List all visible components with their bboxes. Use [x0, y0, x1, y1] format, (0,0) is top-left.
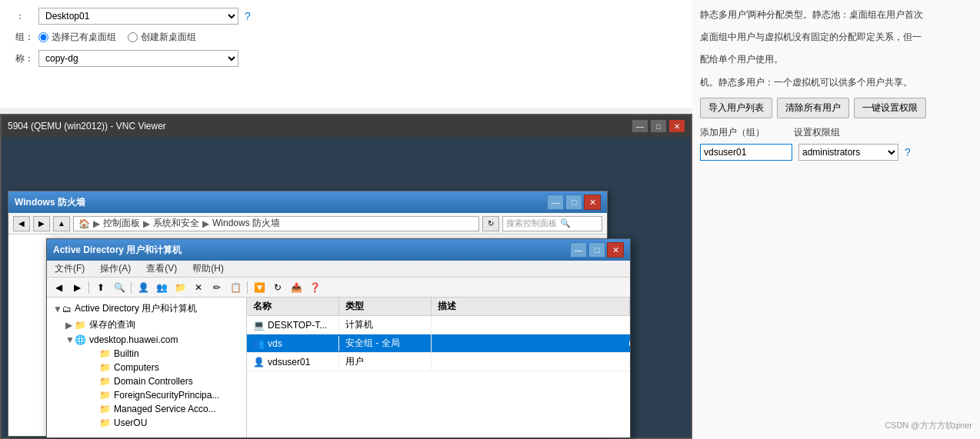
row-icon-0: 💻	[253, 320, 265, 331]
nav-up-button[interactable]: ▲	[53, 216, 70, 231]
ad-close-button[interactable]: ✕	[607, 242, 624, 258]
menu-view[interactable]: 查看(V)	[143, 261, 180, 277]
radio-existing[interactable]: 选择已有桌面组	[38, 31, 116, 44]
tb-back[interactable]: ◀	[50, 280, 67, 295]
vnc-close-button[interactable]: ✕	[669, 120, 685, 132]
list-row-2[interactable]: 👤 vdsuser01 用户	[247, 353, 630, 371]
radio-existing-input[interactable]	[38, 32, 48, 42]
nav-back-button[interactable]: ◀	[13, 216, 30, 231]
breadcrumb-item-4[interactable]: Windows 防火墙	[212, 217, 280, 230]
col-type[interactable]: 类型	[339, 298, 432, 315]
col-name[interactable]: 名称	[247, 298, 339, 315]
radio-existing-label: 选择已有桌面组	[52, 31, 116, 44]
search-box[interactable]: 搜索控制面板 🔍	[502, 216, 602, 231]
breadcrumb-item-2[interactable]: 控制面板	[103, 217, 140, 230]
cell-type-2: 用户	[339, 353, 432, 371]
watermark: CSDN @方方方软qiner	[885, 420, 972, 431]
tb-delete[interactable]: ✕	[190, 280, 207, 295]
tree-saved[interactable]: ▶ 📁 保存的查询	[62, 317, 243, 333]
col-desc[interactable]: 描述	[432, 298, 630, 315]
firewall-close-button[interactable]: ✕	[584, 195, 601, 210]
set-permissions-button[interactable]: 一键设置权限	[854, 98, 926, 118]
tree-builtin[interactable]: 📁 Builtin	[87, 347, 243, 361]
help-icon-desktop[interactable]: ?	[245, 10, 251, 22]
tree-computers[interactable]: 📁 Computers	[87, 361, 243, 374]
add-user-label: 添加用户（组）	[700, 126, 765, 139]
tb-sep-3	[247, 281, 248, 294]
tree-domain-controllers[interactable]: 📁 Domain Controllers	[87, 374, 243, 388]
name-select[interactable]: copy-dg	[38, 50, 238, 67]
row-type-0: 计算机	[345, 318, 373, 331]
action-buttons: 导入用户列表 清除所有用户 一键设置权限	[700, 98, 972, 118]
tb-properties[interactable]: 📋	[227, 280, 244, 295]
breadcrumb-item-3[interactable]: 系统和安全	[153, 217, 199, 230]
cell-desc-1	[432, 341, 630, 346]
menu-help[interactable]: 帮助(H)	[189, 261, 227, 277]
ad-minimize-button[interactable]: —	[570, 242, 587, 258]
radio-row: 组： 选择已有桌面组 创建新桌面组	[15, 31, 677, 44]
vnc-maximize-button[interactable]: □	[651, 120, 666, 132]
vnc-controls: — □ ✕	[632, 120, 685, 132]
tree-root[interactable]: ▼ 🗂 Active Directory 用户和计算机	[50, 301, 243, 317]
role-select[interactable]: administrators users guests	[798, 144, 898, 161]
tb-up[interactable]: ⬆	[92, 280, 109, 295]
desc-text-2: 桌面组中用户与虚拟机没有固定的分配即定关系，但一	[700, 30, 972, 45]
search-icon: 🔍	[560, 218, 571, 228]
tb-new-user[interactable]: 👤	[135, 280, 152, 295]
tree-root-icon: 🗂	[62, 304, 72, 314]
row-type-2: 用户	[345, 355, 364, 368]
firewall-addressbar: ◀ ▶ ▲ 🏠 ▶ 控制面板 ▶ 系统和安全 ▶ Windows 防火墙 ↻ 搜…	[8, 213, 607, 234]
help-icon[interactable]: ?	[905, 146, 911, 158]
import-users-button[interactable]: 导入用户列表	[700, 98, 772, 118]
firewall-controls: — □ ✕	[547, 195, 601, 210]
firewall-minimize-button[interactable]: —	[547, 195, 564, 210]
tb-search[interactable]: 🔍	[111, 280, 128, 295]
clear-users-button[interactable]: 清除所有用户	[777, 98, 849, 118]
list-row-1[interactable]: 👥 vds 安全组 - 全局	[247, 334, 630, 353]
radio-new-input[interactable]	[128, 32, 138, 42]
tb-sep-1	[88, 281, 89, 294]
tb-filter[interactable]: 🔽	[251, 280, 268, 295]
firewall-maximize-button[interactable]: □	[565, 195, 582, 210]
row-name-0: DESKTOP-T...	[268, 320, 327, 331]
menu-action[interactable]: 操作(A)	[97, 261, 134, 277]
expand-domain: ▼	[65, 334, 75, 345]
nav-forward-button[interactable]: ▶	[33, 216, 50, 231]
row-name-2: vdsuser01	[268, 357, 310, 367]
tb-forward[interactable]: ▶	[68, 280, 85, 295]
row-icon-2: 👤	[253, 357, 265, 367]
breadcrumb-sep-1: ▶	[93, 218, 100, 229]
tree-dc-label: Domain Controllers	[114, 376, 193, 387]
tree-managed[interactable]: 📁 Managed Service Acco...	[87, 402, 243, 416]
tb-export[interactable]: 📤	[288, 280, 305, 295]
desktop-group-select[interactable]: Desktop01	[38, 8, 238, 25]
tree-domain[interactable]: ▼ 🌐 vdesktop.huawei.com	[62, 333, 243, 347]
ad-maximize-button[interactable]: □	[588, 242, 605, 258]
tree-userou-icon: 📁	[99, 417, 111, 428]
desc-text-1: 静态多用户'两种分配类型。静态池：桌面组在用户首次	[700, 8, 972, 22]
cell-desc-2	[432, 360, 630, 364]
cell-name-2: 👤 vdsuser01	[247, 354, 339, 370]
refresh-button[interactable]: ↻	[482, 216, 499, 231]
menu-file[interactable]: 文件(F)	[52, 261, 88, 277]
tree-userou-label: UserOU	[114, 417, 147, 428]
tb-help[interactable]: ❓	[306, 280, 323, 295]
tb-rename[interactable]: ✏	[208, 280, 225, 295]
tb-new-ou[interactable]: 📁	[172, 280, 188, 295]
vnc-minimize-button[interactable]: —	[632, 120, 648, 132]
vnc-titlebar: 5904 (QEMU (win2012)) - VNC Viewer — □ ✕	[2, 115, 691, 137]
tree-foreign-label: ForeignSecurityPrincipa...	[114, 390, 219, 401]
radio-group: 选择已有桌面组 创建新桌面组	[38, 31, 196, 44]
firewall-title: Windows 防火墙	[15, 196, 85, 209]
tb-refresh[interactable]: ↻	[269, 280, 286, 295]
radio-new[interactable]: 创建新桌面组	[128, 31, 196, 44]
tb-new-group[interactable]: 👥	[153, 280, 170, 295]
tree-foreign[interactable]: 📁 ForeignSecurityPrincipa...	[87, 388, 243, 402]
list-header: 名称 类型 描述	[247, 298, 630, 316]
list-row-0[interactable]: 💻 DESKTOP-T... 计算机	[247, 316, 630, 334]
cell-type-1: 安全组 - 全局	[339, 334, 432, 352]
user-input[interactable]	[700, 144, 792, 161]
ad-toolbar: ◀ ▶ ⬆ 🔍 👤 👥 📁 ✕ ✏ 📋 🔽 ↻ 📤 ❓	[47, 278, 630, 298]
tree-userou[interactable]: 📁 UserOU	[87, 416, 243, 430]
row-type-1: 安全组 - 全局	[345, 337, 400, 350]
